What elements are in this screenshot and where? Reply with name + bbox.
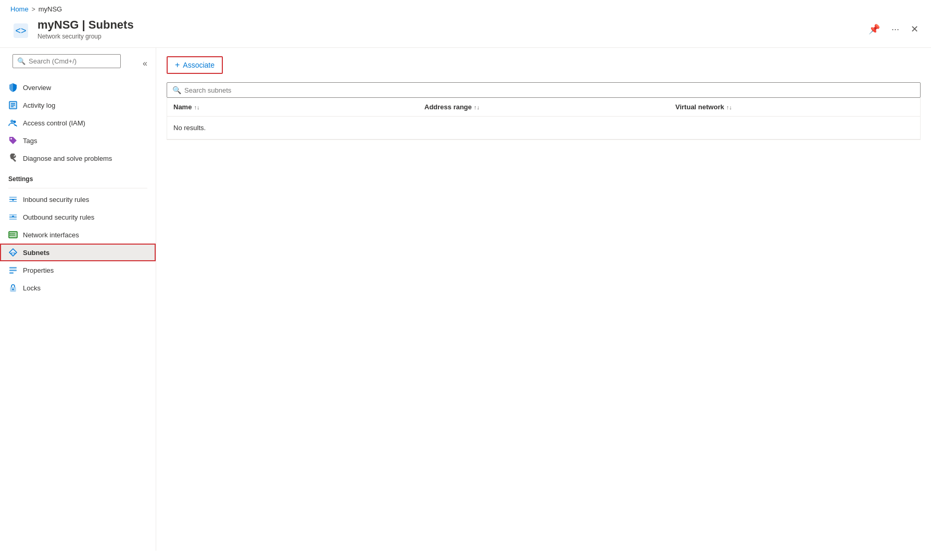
svg-rect-26 (9, 267, 17, 269)
subnets-icon: <> (8, 248, 18, 257)
people-icon (8, 118, 18, 128)
sidebar-item-properties[interactable]: Properties (0, 261, 156, 279)
column-virtual-network[interactable]: Virtual network ↑↓ (669, 98, 920, 116)
page-title-block: myNSG | Subnets Network security group (37, 18, 866, 40)
page-title: myNSG | Subnets (37, 18, 866, 32)
search-subnets-icon: 🔍 (172, 86, 181, 94)
sidebar-item-subnets[interactable]: <> Subnets (0, 244, 156, 261)
pin-icon: 📌 (869, 23, 880, 35)
search-subnets-input[interactable] (184, 86, 915, 94)
activity-icon (8, 100, 18, 110)
close-icon: ✕ (911, 23, 919, 35)
lock-icon (8, 283, 18, 292)
properties-icon (8, 265, 18, 275)
sidebar-item-diagnose-label: Diagnose and solve problems (23, 155, 112, 162)
plus-icon: + (175, 60, 180, 70)
breadcrumb-separator: > (32, 6, 35, 13)
nsg-icon: <> (10, 20, 31, 41)
settings-divider (8, 188, 147, 188)
outbound-icon (8, 212, 18, 222)
table-header: Name ↑↓ Address range ↑↓ Virtual network… (167, 98, 920, 117)
search-input[interactable] (29, 57, 116, 65)
search-subnets-box[interactable]: 🔍 (167, 82, 921, 98)
sidebar-item-overview[interactable]: Overview (0, 79, 156, 96)
ellipsis-icon: ··· (891, 24, 899, 35)
svg-point-8 (14, 121, 16, 123)
breadcrumb-home[interactable]: Home (10, 5, 29, 13)
toolbar: + Associate (167, 56, 921, 74)
settings-section-label: Settings (0, 167, 156, 186)
associate-label: Associate (183, 61, 215, 69)
sidebar-item-tags[interactable]: Tags (0, 132, 156, 149)
sidebar-item-activity-log-label: Activity log (23, 101, 55, 109)
svg-marker-13 (11, 199, 15, 201)
tag-icon (8, 136, 18, 145)
sidebar-item-properties-label: Properties (23, 266, 54, 274)
sidebar-item-access-control[interactable]: Access control (IAM) (0, 114, 156, 132)
collapse-button[interactable]: « (139, 57, 152, 70)
header-actions: 📌 ··· ✕ (866, 18, 921, 37)
page-subtitle: Network security group (37, 33, 866, 40)
svg-rect-28 (9, 272, 14, 274)
subnets-table: Name ↑↓ Address range ↑↓ Virtual network… (167, 98, 921, 140)
breadcrumb: Home > myNSG (0, 0, 931, 16)
svg-marker-17 (11, 215, 15, 217)
page-header: <> myNSG | Subnets Network security grou… (0, 16, 931, 48)
svg-point-9 (10, 138, 12, 139)
sidebar-item-locks[interactable]: Locks (0, 279, 156, 297)
sidebar-item-diagnose[interactable]: Diagnose and solve problems (0, 149, 156, 167)
no-results: No results. (167, 117, 920, 139)
sort-icon-name: ↑↓ (194, 104, 199, 110)
svg-rect-27 (9, 270, 17, 271)
sidebar-item-tags-label: Tags (23, 137, 37, 145)
more-button[interactable]: ··· (889, 22, 901, 37)
sidebar-item-access-control-label: Access control (IAM) (23, 119, 85, 127)
svg-rect-18 (9, 232, 17, 238)
sort-icon-address: ↑↓ (474, 104, 480, 110)
search-icon: 🔍 (17, 57, 26, 65)
svg-point-7 (10, 120, 14, 123)
svg-point-23 (10, 235, 11, 236)
sidebar-item-locks-label: Locks (23, 284, 41, 292)
sidebar-search-row: 🔍 « (0, 52, 156, 79)
content-area: + Associate 🔍 Name ↑↓ Address range ↑↓ (156, 48, 931, 551)
close-button[interactable]: ✕ (909, 21, 921, 37)
svg-point-22 (10, 233, 11, 234)
shield-icon (8, 83, 18, 92)
sidebar-search-box[interactable]: 🔍 (12, 54, 121, 68)
sidebar-item-inbound-security-rules[interactable]: Inbound security rules (0, 190, 156, 208)
inbound-icon (8, 195, 18, 204)
column-name[interactable]: Name ↑↓ (167, 98, 418, 116)
sidebar-item-network-interfaces[interactable]: Network interfaces (0, 226, 156, 244)
svg-point-30 (12, 289, 14, 290)
sidebar-item-outbound-label: Outbound security rules (23, 213, 94, 221)
sidebar-item-subnets-label: Subnets (23, 249, 49, 257)
svg-text:<>: <> (15, 26, 26, 36)
sort-icon-vnet: ↑↓ (726, 104, 732, 110)
sidebar-item-inbound-label: Inbound security rules (23, 196, 89, 203)
wrench-icon (8, 154, 18, 163)
svg-text:<>: <> (10, 251, 16, 256)
pin-button[interactable]: 📌 (866, 21, 882, 37)
column-address-range[interactable]: Address range ↑↓ (418, 98, 669, 116)
sidebar-item-network-interfaces-label: Network interfaces (23, 231, 79, 239)
sidebar-item-outbound-security-rules[interactable]: Outbound security rules (0, 208, 156, 226)
sidebar: 🔍 « Overview (0, 48, 156, 551)
sidebar-item-overview-label: Overview (23, 84, 51, 92)
associate-button[interactable]: + Associate (167, 56, 223, 74)
sidebar-item-activity-log[interactable]: Activity log (0, 96, 156, 114)
network-icon (8, 230, 18, 239)
breadcrumb-current: myNSG (39, 5, 62, 13)
main-layout: 🔍 « Overview (0, 48, 931, 551)
